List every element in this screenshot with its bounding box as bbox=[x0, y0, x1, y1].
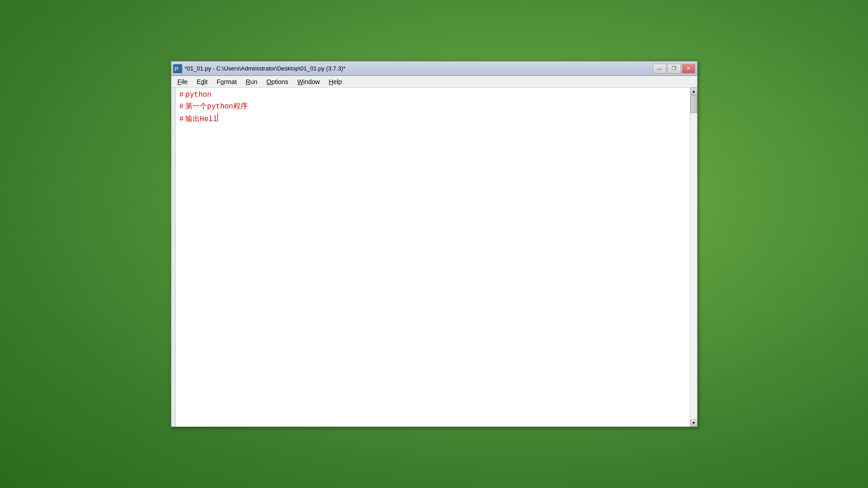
menu-file-label: F bbox=[178, 78, 182, 85]
menu-bar: File Edit Format Run Options Window Help bbox=[171, 76, 697, 88]
menu-options[interactable]: Options bbox=[262, 77, 292, 86]
code-line-2: # 第一个python程序 bbox=[179, 101, 686, 112]
menu-file[interactable]: File bbox=[173, 77, 193, 86]
menu-edit[interactable]: Edit bbox=[192, 77, 212, 86]
title-bar: P *01_01.py - C:\Users\Administrator\Des… bbox=[171, 61, 697, 76]
menu-format[interactable]: Format bbox=[212, 77, 241, 86]
hash-2: # bbox=[179, 101, 184, 112]
minimize-button[interactable]: — bbox=[653, 64, 666, 74]
close-button[interactable]: ✕ bbox=[682, 64, 695, 74]
window-controls: — ❐ ✕ bbox=[653, 64, 695, 74]
line-3-text: 输出Hell bbox=[185, 114, 217, 125]
text-cursor bbox=[217, 113, 218, 122]
hash-1: # bbox=[179, 89, 184, 100]
editor-wrapper: # python # 第一个python程序 # 输出Hell ▲ ▼ bbox=[171, 88, 697, 427]
scroll-down-arrow[interactable]: ▼ bbox=[690, 419, 697, 427]
editor-content[interactable]: # python # 第一个python程序 # 输出Hell bbox=[176, 88, 690, 427]
main-window: P *01_01.py - C:\Users\Administrator\Des… bbox=[171, 61, 698, 427]
scroll-thumb[interactable] bbox=[690, 95, 697, 113]
svg-text:P: P bbox=[175, 66, 179, 72]
app-icon: P bbox=[173, 64, 182, 73]
vertical-scrollbar[interactable]: ▲ ▼ bbox=[690, 88, 697, 427]
menu-window[interactable]: Window bbox=[293, 77, 325, 86]
code-line-3: # 输出Hell bbox=[179, 113, 686, 125]
scroll-track[interactable] bbox=[690, 95, 697, 419]
line-2-text: 第一个python程序 bbox=[185, 101, 248, 112]
menu-run[interactable]: Run bbox=[241, 77, 262, 86]
menu-help[interactable]: Help bbox=[324, 77, 346, 86]
scroll-up-arrow[interactable]: ▲ bbox=[690, 88, 697, 95]
restore-button[interactable]: ❐ bbox=[667, 64, 681, 74]
hash-3: # bbox=[179, 114, 184, 125]
code-line-1: # python bbox=[179, 89, 686, 100]
left-margin bbox=[171, 88, 176, 427]
line-1-text: python bbox=[185, 89, 212, 100]
window-title: *01_01.py - C:\Users\Administrator\Deskt… bbox=[185, 65, 653, 72]
